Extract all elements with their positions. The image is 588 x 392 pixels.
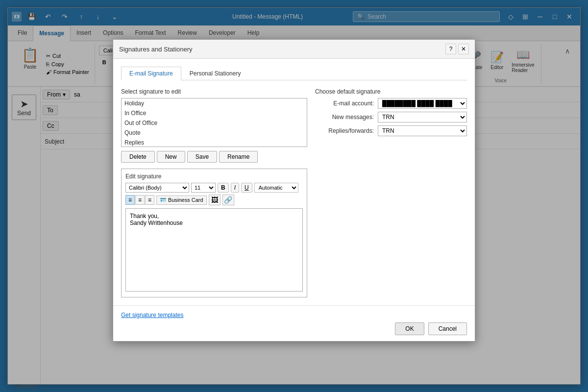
edit-font-select[interactable]: Calibri (Body) <box>125 183 189 193</box>
default-sig-label: Choose default signature <box>315 88 467 95</box>
cancel-btn[interactable]: Cancel <box>428 322 467 335</box>
sig-item-in-office[interactable]: In Office <box>122 108 307 118</box>
rename-btn[interactable]: Rename <box>219 151 258 163</box>
sig-item-replies[interactable]: Replies <box>122 138 307 147</box>
sig-right-panel: Choose default signature E-mail account:… <box>315 88 467 297</box>
edit-italic-btn[interactable]: I <box>231 183 239 193</box>
align-left-btn[interactable]: ≡ <box>125 195 135 205</box>
default-sig-section: Choose default signature E-mail account:… <box>315 88 467 136</box>
replies-row: Replies/forwards: TRN <box>315 125 467 136</box>
modal-overlay: Signatures and Stationery ? ✕ E-mail Sig… <box>0 0 588 392</box>
replies-label: Replies/forwards: <box>315 127 374 134</box>
sig-left-panel: Select signature to edit Holiday In Offi… <box>121 88 307 297</box>
sig-item-out-of-office[interactable]: Out of Office <box>122 118 307 128</box>
app-container: 📧 💾 ↶ ↷ ↑ ↓ ⌄ Untitled - Message (HTML) … <box>0 0 588 392</box>
modal-tabs: E-mail Signature Personal Stationery <box>121 67 467 80</box>
edit-underline-btn[interactable]: U <box>241 183 252 193</box>
sig-item-quote[interactable]: Quote <box>122 128 307 138</box>
business-card-label: Business Card <box>168 197 203 203</box>
modal-footer: Get signature templates OK Cancel <box>113 305 475 341</box>
edit-bold-btn[interactable]: B <box>218 183 229 193</box>
business-card-btn[interactable]: 🪪 Business Card <box>156 196 207 205</box>
get-templates-link[interactable]: Get signature templates <box>121 312 183 318</box>
align-buttons: ≡ ≡ ≡ <box>125 195 154 205</box>
edit-sig-section: Edit signature Calibri (Body) 11 B I <box>121 169 307 297</box>
align-center-btn[interactable]: ≡ <box>135 195 145 205</box>
insert-image-btn[interactable]: 🖼 <box>209 195 220 205</box>
tab-email-signature[interactable]: E-mail Signature <box>121 67 181 80</box>
sig-editor[interactable]: Thank you, Sandy Writtenhouse <box>125 208 303 292</box>
sig-list: Holiday In Office Out of Office Quote Re… <box>121 98 307 147</box>
signatures-dialog: Signatures and Stationery ? ✕ E-mail Sig… <box>113 39 475 342</box>
email-account-row: E-mail account: ████████ ████ ████ <box>315 98 467 109</box>
email-account-select[interactable]: ████████ ████ ████ <box>378 98 467 109</box>
modal-controls: ? ✕ <box>445 44 469 54</box>
email-account-label: E-mail account: <box>315 100 374 107</box>
select-sig-label: Select signature to edit <box>121 88 307 95</box>
sig-action-buttons: Delete New Save Rename <box>121 151 307 163</box>
new-messages-row: New messages: TRN <box>315 112 467 122</box>
action-buttons: OK Cancel <box>121 322 467 335</box>
new-btn[interactable]: New <box>157 151 185 163</box>
delete-btn[interactable]: Delete <box>121 151 155 163</box>
edit-size-select[interactable]: 11 <box>191 183 216 193</box>
edit-sig-toolbar: Calibri (Body) 11 B I U Automatic <box>125 183 303 205</box>
modal-title: Signatures and Stationery <box>119 46 193 53</box>
ok-btn[interactable]: OK <box>395 322 424 335</box>
link-icon: 🔗 <box>224 196 232 204</box>
edit-color-select[interactable]: Automatic <box>254 183 298 193</box>
modal-titlebar: Signatures and Stationery ? ✕ <box>113 40 475 59</box>
tab-personal-stationery[interactable]: Personal Stationery <box>181 67 249 80</box>
modal-body: E-mail Signature Personal Stationery Sel… <box>113 59 475 305</box>
modal-content: Select signature to edit Holiday In Offi… <box>121 88 467 297</box>
image-icon: 🖼 <box>211 196 218 204</box>
sig-item-holiday[interactable]: Holiday <box>122 98 307 108</box>
save-sig-btn[interactable]: Save <box>187 151 217 163</box>
new-messages-select[interactable]: TRN <box>378 112 467 122</box>
new-messages-label: New messages: <box>315 114 374 121</box>
replies-select[interactable]: TRN <box>378 125 467 136</box>
insert-link-btn[interactable]: 🔗 <box>222 195 234 205</box>
business-card-icon: 🪪 <box>160 197 167 203</box>
dialog-help-btn[interactable]: ? <box>445 44 456 54</box>
align-right-btn[interactable]: ≡ <box>145 195 154 205</box>
edit-sig-label: Edit signature <box>125 173 303 180</box>
dialog-close-btn[interactable]: ✕ <box>458 44 469 54</box>
